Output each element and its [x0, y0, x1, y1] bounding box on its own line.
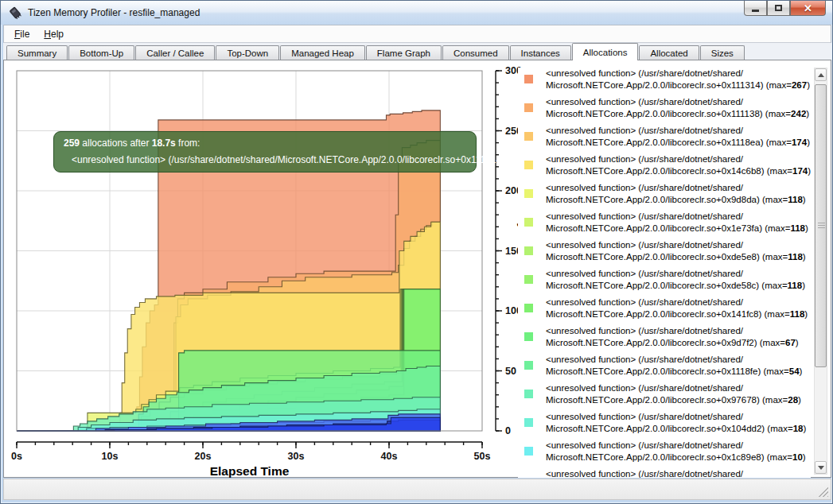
maximize-icon — [775, 5, 782, 11]
legend-text: <unresolved function> (/usr/share/dotnet… — [546, 297, 808, 320]
menu-item-file[interactable]: File — [7, 26, 37, 42]
x-axis-label: Elapsed Time — [210, 464, 290, 478]
title-bar[interactable]: Tizen Memory Profiler - resfile_managed … — [1, 1, 832, 25]
legend-text: <unresolved function> (/usr/share/dotnet… — [546, 239, 806, 263]
chart-tooltip: 259 allocations after 18.7s from: <unres… — [53, 131, 477, 173]
legend-text: <unresolved function> (/usr/share/dotnet… — [546, 325, 799, 349]
legend-item[interactable]: <unresolved function> (/usr/share/dotnet… — [518, 153, 811, 177]
legend-item[interactable]: <unresolved function> (/usr/share/dotnet… — [518, 182, 811, 206]
x-tick-label: 10s — [102, 451, 119, 462]
allocations-chart[interactable]: 0s10s20s30s40s50sElapsed Time05010015020… — [4, 60, 526, 478]
legend-item[interactable]: <unresolved function> (/usr/share/dotnet… — [518, 411, 811, 435]
legend-item[interactable]: <unresolved function> (/usr/share/dotnet… — [518, 239, 811, 263]
x-tick-label: 50s — [474, 451, 491, 462]
legend-text: <unresolved function> (/usr/share/dotnet… — [546, 211, 808, 235]
legend-swatch — [524, 103, 533, 112]
x-tick-label: 0s — [11, 451, 22, 462]
tab-summary[interactable]: Summary — [6, 45, 68, 60]
app-window: Tizen Memory Profiler - resfile_managed … — [0, 0, 833, 504]
tab-top-down[interactable]: Top-Down — [216, 45, 279, 60]
legend-swatch — [524, 418, 533, 427]
x-tick-label: 30s — [288, 451, 305, 462]
arrow-down-icon — [818, 466, 824, 470]
legend-item[interactable]: <unresolved function> (/usr/share/dotnet… — [518, 325, 811, 349]
x-axis — [17, 442, 482, 448]
tooltip-summary-line: 259 allocations after 18.7s from: — [64, 138, 468, 149]
legend-item[interactable]: <unresolved function> (/usr/share/dotnet… — [518, 211, 811, 235]
tab-allocations[interactable]: Allocations — [572, 43, 639, 60]
legend-item[interactable]: <unresolved function> (/usr/share/dotnet… — [518, 68, 811, 91]
legend-item[interactable]: <unresolved function> (/usr/share/dotnet… — [518, 440, 811, 463]
legend-swatch — [524, 332, 533, 341]
legend-swatch — [524, 132, 533, 141]
x-tick-label: 20s — [195, 451, 212, 462]
tab-managed-heap[interactable]: Managed Heap — [280, 45, 365, 60]
status-bar — [3, 479, 831, 500]
legend-item[interactable]: <unresolved function> (/usr/share/dotnet… — [518, 468, 811, 478]
legend-swatch — [524, 218, 533, 227]
legend-text: <unresolved function> (/usr/share/dotnet… — [546, 96, 809, 120]
legend-swatch — [524, 275, 533, 284]
scroll-down-button[interactable] — [815, 461, 827, 474]
legend-text: <unresolved function> (/usr/share/dotnet… — [546, 182, 806, 206]
y-tick-label: 50 — [505, 366, 516, 377]
memory-chip-icon — [9, 6, 21, 19]
legend-swatch — [524, 161, 533, 169]
menu-bar: FileHelp — [3, 25, 831, 43]
scroll-thumb[interactable] — [815, 84, 827, 367]
tab-sizes[interactable]: Sizes — [700, 45, 745, 60]
legend-scrollbar[interactable] — [814, 68, 827, 475]
tab-allocated[interactable]: Allocated — [639, 45, 699, 60]
legend-swatch — [524, 304, 533, 312]
legend-text: <unresolved function> (/usr/share/dotnet… — [546, 382, 801, 406]
window-controls: ✕ — [744, 1, 826, 16]
menu-item-help[interactable]: Help — [37, 26, 71, 42]
x-tick-label: 40s — [381, 451, 398, 462]
legend-swatch — [524, 447, 533, 456]
legend-text: <unresolved function> (/usr/share/dotnet… — [546, 268, 805, 292]
legend-swatch — [524, 189, 533, 198]
legend-item[interactable]: <unresolved function> (/usr/share/dotnet… — [518, 96, 811, 120]
legend-text: <unresolved function> (/usr/share/dotnet… — [546, 68, 810, 91]
legend-text: <unresolved function> (/usr/share/dotnet… — [546, 411, 806, 435]
legend-text: <unresolved function> (/usr/share/dotnet… — [546, 440, 806, 463]
legend-item[interactable]: <unresolved function> (/usr/share/dotnet… — [518, 382, 811, 406]
legend-text: <unresolved function> (/usr/share/dotnet… — [546, 354, 802, 378]
legend-text: <unresolved function> (/usr/share/dotnet… — [546, 468, 743, 478]
legend-item[interactable]: <unresolved function> (/usr/share/dotnet… — [518, 297, 811, 320]
legend-swatch — [524, 361, 533, 370]
tab-bottom-up[interactable]: Bottom-Up — [68, 45, 134, 60]
scroll-up-button[interactable] — [815, 68, 827, 81]
resize-grip[interactable] — [818, 487, 828, 497]
arrow-up-icon — [818, 73, 824, 77]
close-icon: ✕ — [804, 2, 812, 14]
tab-consumed[interactable]: Consumed — [442, 45, 509, 60]
minimize-icon — [752, 10, 759, 12]
window-title: Tizen Memory Profiler - resfile_managed — [28, 7, 200, 18]
legend-swatch — [524, 390, 533, 398]
y-axis — [496, 71, 502, 431]
legend-item[interactable]: <unresolved function> (/usr/share/dotnet… — [518, 125, 811, 149]
legend-item[interactable]: <unresolved function> (/usr/share/dotnet… — [518, 268, 811, 292]
legend-swatch — [524, 246, 533, 255]
close-button[interactable]: ✕ — [790, 1, 826, 16]
legend-text: <unresolved function> (/usr/share/dotnet… — [546, 125, 810, 149]
tab-flame-graph[interactable]: Flame Graph — [366, 45, 442, 60]
minimize-button[interactable] — [744, 1, 767, 16]
tooltip-function-line: <unresolved function> (/usr/share/dotnet… — [64, 154, 468, 165]
scroll-grip-icon — [818, 223, 825, 229]
legend-item[interactable]: <unresolved function> (/usr/share/dotnet… — [518, 354, 811, 378]
tab-bar: SummaryBottom-UpCaller / CalleeTop-DownM… — [3, 43, 831, 60]
legend-swatch — [524, 75, 533, 83]
maximize-button[interactable] — [767, 1, 790, 16]
tab-instances[interactable]: Instances — [510, 45, 571, 60]
allocations-legend: <unresolved function> (/usr/share/dotnet… — [518, 68, 811, 478]
tab-caller-callee[interactable]: Caller / Callee — [135, 45, 215, 60]
legend-text: <unresolved function> (/usr/share/dotnet… — [546, 153, 811, 177]
y-tick-label: 0 — [505, 425, 511, 436]
